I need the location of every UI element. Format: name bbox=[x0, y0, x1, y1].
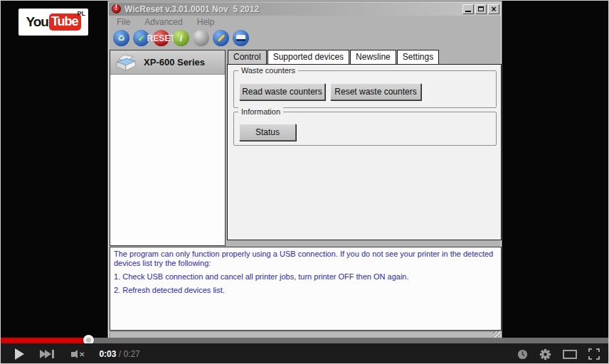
tools-icon[interactable] bbox=[213, 30, 229, 46]
duration: 0:27 bbox=[123, 349, 139, 359]
read-waste-counters-button[interactable]: Read waste counters bbox=[239, 83, 325, 100]
device-name: XP-600 Series bbox=[144, 57, 205, 68]
menu-bar: File Advanced Help bbox=[109, 16, 501, 28]
youtube-region-label: PL bbox=[77, 10, 85, 17]
current-time: 0:03 bbox=[99, 349, 116, 359]
fullscreen-icon bbox=[588, 348, 600, 360]
minimize-button[interactable] bbox=[462, 4, 474, 14]
youtube-logo[interactable]: You Tube PL bbox=[18, 9, 88, 36]
sphere-icon[interactable] bbox=[193, 30, 209, 46]
time-display: 0:03 / 0:27 bbox=[99, 349, 139, 359]
play-icon bbox=[15, 348, 24, 360]
information-label: Information bbox=[238, 107, 283, 116]
control-tab-content: Waste counters Read waste counters Reset… bbox=[227, 64, 502, 240]
seek-bar-played bbox=[1, 338, 88, 343]
print-icon[interactable] bbox=[233, 30, 249, 46]
status-button[interactable]: Status bbox=[239, 124, 296, 141]
player-right-controls bbox=[517, 348, 609, 360]
wicreset-window: WicReset v.3.01.0001 Nov 5 2012 × File A… bbox=[108, 1, 502, 339]
menu-file[interactable]: File bbox=[117, 17, 130, 27]
settings-button[interactable] bbox=[539, 348, 551, 360]
youtube-logo-tube: Tube bbox=[49, 14, 81, 31]
video-player-frame: You Tube PL WicReset v.3.01.0001 Nov 5 2… bbox=[0, 0, 609, 364]
main-area: XP-600 Series Control Supported devices … bbox=[110, 48, 502, 246]
tab-settings[interactable]: Settings bbox=[397, 50, 439, 64]
device-row-xp600[interactable]: XP-600 Series bbox=[110, 50, 225, 75]
time-separator: / bbox=[116, 349, 123, 359]
tab-newsline[interactable]: Newsline bbox=[350, 50, 396, 64]
printer-icon bbox=[114, 53, 138, 73]
menu-advanced[interactable]: Advanced bbox=[144, 17, 182, 27]
maximize-icon bbox=[478, 6, 484, 11]
notice-line-2: 1. Check USB connection and cancel all p… bbox=[114, 272, 497, 282]
gear-icon bbox=[539, 348, 551, 360]
notice-line-3: 2. Refresh detected devices list. bbox=[114, 286, 497, 295]
tab-strip: Control Supported devices Newsline Setti… bbox=[227, 50, 502, 64]
play-button[interactable] bbox=[1, 348, 24, 360]
reset-icon[interactable]: RESET bbox=[153, 30, 169, 46]
info-icon[interactable]: i bbox=[173, 30, 189, 46]
tab-panel: Control Supported devices Newsline Setti… bbox=[227, 50, 502, 242]
waste-counters-label: Waste counters bbox=[238, 66, 298, 75]
minimize-icon bbox=[465, 11, 471, 12]
information-group: Information Status bbox=[233, 112, 497, 146]
app-icon bbox=[112, 4, 121, 14]
toolbar: ♻ ✔ RESET i bbox=[109, 28, 501, 48]
close-icon: × bbox=[491, 6, 496, 13]
tab-supported-devices[interactable]: Supported devices bbox=[268, 50, 349, 64]
refresh-devices-icon[interactable]: ♻ bbox=[113, 30, 129, 46]
youtube-logo-you: You bbox=[26, 14, 48, 30]
close-button[interactable]: × bbox=[488, 4, 499, 14]
theater-mode-button[interactable] bbox=[563, 350, 577, 359]
next-video-button[interactable] bbox=[40, 350, 54, 358]
usb-notice-panel: The program can only function properly u… bbox=[110, 247, 502, 331]
menu-help[interactable]: Help bbox=[197, 17, 215, 27]
theater-icon bbox=[563, 350, 577, 359]
window-title: WicReset v.3.01.0001 Nov 5 2012 bbox=[125, 4, 461, 14]
fullscreen-button[interactable] bbox=[588, 348, 600, 360]
player-control-bar: ✕ 0:03 / 0:27 bbox=[1, 343, 609, 364]
clock-icon bbox=[517, 349, 528, 360]
maximize-button[interactable] bbox=[475, 4, 487, 14]
waste-counters-group: Waste counters Read waste counters Reset… bbox=[233, 70, 497, 108]
reset-waste-counters-button[interactable]: Reset waste counters bbox=[330, 83, 421, 100]
tab-control[interactable]: Control bbox=[228, 50, 267, 64]
mute-button[interactable]: ✕ bbox=[71, 350, 85, 358]
watch-later-button[interactable] bbox=[517, 349, 528, 360]
window-title-bar[interactable]: WicReset v.3.01.0001 Nov 5 2012 × bbox=[109, 2, 501, 16]
detected-devices-list: XP-600 Series bbox=[110, 50, 226, 246]
notice-line-1: The program can only function properly u… bbox=[114, 250, 497, 268]
